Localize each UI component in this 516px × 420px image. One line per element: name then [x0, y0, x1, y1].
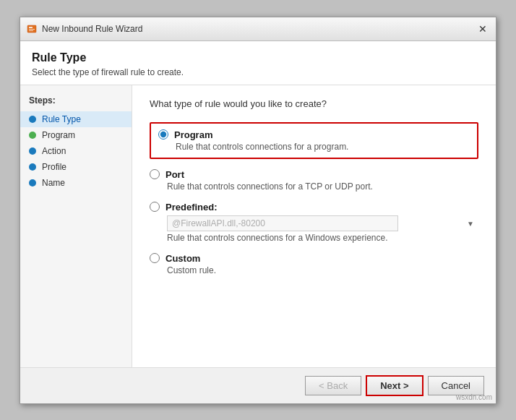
radio-port[interactable]	[150, 169, 160, 179]
main-panel: What type of rule would you like to crea…	[132, 85, 496, 367]
sidebar-item-profile[interactable]: Profile	[20, 159, 132, 175]
option-program-label: Program	[174, 129, 212, 140]
step-dot-rule-type	[29, 116, 36, 123]
option-custom-label: Custom	[165, 253, 200, 264]
option-custom-desc: Custom rule.	[167, 265, 478, 275]
option-program[interactable]: Program Rule that controls connections f…	[150, 122, 478, 159]
sidebar-item-program[interactable]: Program	[20, 127, 132, 143]
radio-program[interactable]	[158, 129, 168, 140]
title-bar: New Inbound Rule Wizard ✕	[20, 17, 496, 41]
sidebar-item-label-program: Program	[42, 130, 75, 140]
sidebar-item-action[interactable]: Action	[20, 143, 132, 159]
option-program-row: Program	[158, 129, 470, 140]
option-custom[interactable]: Custom Custom rule.	[150, 253, 478, 275]
dialog-title: Rule Type	[32, 51, 484, 64]
sidebar-item-label-name: Name	[42, 178, 65, 188]
next-button[interactable]: Next >	[366, 375, 423, 396]
step-dot-profile	[29, 163, 36, 171]
step-dot-program	[29, 132, 36, 139]
radio-custom[interactable]	[150, 253, 160, 263]
option-port-label: Port	[165, 169, 184, 180]
dialog-footer: < Back Next > Cancel	[20, 367, 496, 403]
rule-type-options: Program Rule that controls connections f…	[150, 122, 478, 275]
option-predefined[interactable]: Predefined: @FirewallAPI.dll,-80200 ▼ Ru…	[150, 202, 478, 243]
option-custom-row: Custom	[150, 253, 478, 264]
predefined-dropdown-wrapper: @FirewallAPI.dll,-80200 ▼	[167, 215, 478, 231]
main-question: What type of rule would you like to crea…	[150, 98, 478, 109]
option-predefined-desc: Rule that controls connections for a Win…	[167, 233, 478, 243]
sidebar-item-label-rule-type: Rule Type	[42, 114, 81, 124]
radio-predefined[interactable]	[150, 202, 160, 212]
sidebar-item-rule-type[interactable]: Rule Type	[20, 111, 132, 127]
dialog-content: Steps: Rule Type Program Action Profile	[20, 85, 496, 367]
window-icon	[26, 23, 38, 35]
window-title: New Inbound Rule Wizard	[42, 24, 476, 34]
step-dot-action	[29, 147, 36, 155]
sidebar-item-label-profile: Profile	[42, 162, 66, 172]
steps-label: Steps:	[20, 93, 132, 111]
option-port[interactable]: Port Rule that controls connections for …	[150, 169, 478, 192]
sidebar-item-name[interactable]: Name	[20, 175, 132, 191]
option-predefined-row: Predefined:	[150, 202, 478, 213]
sidebar-item-label-action: Action	[42, 146, 66, 156]
step-dot-name	[29, 179, 36, 187]
dialog-header: Rule Type Select the type of firewall ru…	[20, 41, 496, 85]
option-program-desc: Rule that controls connections for a pro…	[176, 142, 470, 152]
dropdown-arrow-icon: ▼	[467, 219, 474, 227]
option-port-row: Port	[150, 169, 478, 180]
back-button[interactable]: < Back	[305, 376, 361, 395]
option-predefined-label: Predefined:	[165, 202, 218, 213]
close-button[interactable]: ✕	[476, 22, 490, 36]
svg-rect-2	[29, 29, 35, 30]
svg-rect-1	[29, 27, 33, 28]
dialog-subtitle: Select the type of firewall rule to crea…	[32, 67, 484, 77]
steps-sidebar: Steps: Rule Type Program Action Profile	[20, 85, 132, 367]
cancel-button[interactable]: Cancel	[428, 376, 484, 395]
predefined-dropdown[interactable]: @FirewallAPI.dll,-80200	[167, 215, 398, 231]
option-port-desc: Rule that controls connections for a TCP…	[167, 181, 478, 192]
watermark: wsxdn.com	[456, 393, 492, 401]
svg-rect-3	[29, 30, 33, 31]
